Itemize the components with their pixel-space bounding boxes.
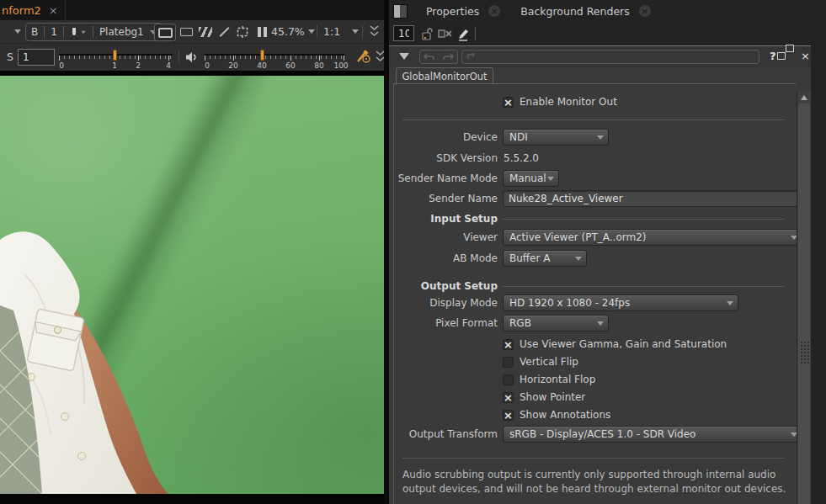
pause-button[interactable] — [253, 24, 270, 40]
edit-pencil-icon[interactable] — [456, 27, 470, 41]
close-icon[interactable]: × — [488, 5, 500, 17]
revert-icon[interactable] — [466, 52, 477, 61]
field-label: Pixel Format — [394, 315, 498, 332]
undo-redo-group — [419, 50, 458, 64]
roi-brush-icon[interactable] — [70, 27, 87, 38]
pane-layout-icon[interactable] — [393, 4, 408, 19]
collapse-triangle-icon[interactable] — [399, 53, 409, 60]
pixel-format-dropdown[interactable]: RGB — [503, 315, 609, 332]
properties-toolbar — [389, 22, 826, 45]
chevron-double-down-icon[interactable] — [369, 25, 380, 38]
checkbox-row: × Show Pointer — [394, 390, 796, 405]
gamma-display-button[interactable] — [177, 24, 195, 40]
viewer-tab-label: nform2 — [2, 4, 41, 17]
node-tab-globalmonitorout[interactable]: GlobalMonitorOut — [396, 67, 493, 84]
use-viewer-gamma-checkbox[interactable]: × — [503, 339, 514, 350]
tab-properties[interactable]: Properties × — [416, 0, 510, 22]
divider — [475, 27, 476, 40]
device-dropdown[interactable]: NDI — [503, 129, 609, 146]
chevron-down-icon — [547, 177, 554, 181]
audio-scrubbing-note: Audio scrubbing output is currently only… — [402, 468, 794, 497]
dropdown-value: NDI — [509, 131, 528, 143]
dropdown-value: Active Viewer (PT_A..orm2) — [509, 231, 647, 243]
close-icon[interactable]: × — [801, 50, 810, 62]
zoom-level-dropdown[interactable]: 45.7% — [271, 25, 305, 38]
frame-display-button[interactable] — [154, 24, 176, 41]
vertical-flip-checkbox[interactable] — [503, 357, 514, 368]
group-divider — [503, 286, 784, 287]
wipe-button[interactable] — [196, 24, 215, 40]
viewer-tab-transform2[interactable]: nform2 × — [0, 0, 66, 20]
ab-mode-dropdown[interactable]: Buffer A — [503, 250, 587, 267]
slider-handle[interactable] — [260, 50, 264, 61]
viewer-tab-bar: nform2 × — [0, 0, 384, 20]
divider — [402, 119, 784, 120]
nuke-application-window: nform2 × B 1 Platebg1 — [0, 0, 826, 504]
checkbox-row: × Use Viewer Gamma, Gain and Saturation — [394, 337, 796, 352]
node-content: × Enable Monitor Out Device NDI SDK Vers… — [393, 83, 796, 504]
dropdown-value: HD 1920 x 1080 - 24fps — [509, 297, 630, 309]
node-properties-panel: ? × GlobalMonitorOut × Enable Monitor Ou… — [389, 45, 811, 504]
chevron-down-icon — [727, 301, 733, 305]
node-title-field[interactable] — [461, 50, 759, 64]
input-number-button[interactable]: 1 — [51, 26, 57, 38]
proxy-ratio-dropdown[interactable]: 1:1 — [323, 25, 340, 38]
line-sample-button[interactable] — [216, 24, 232, 40]
undo-icon[interactable] — [424, 52, 435, 61]
horizontal-flop-checkbox[interactable] — [503, 374, 514, 385]
chevron-down-icon — [597, 135, 604, 140]
viewer-input-group: B 1 Platebg1 — [25, 23, 163, 41]
output-transform-dropdown[interactable]: sRGB - Display/ACES 1.0 - SDR Video — [503, 426, 802, 443]
gamma-slider[interactable]: 0 1 2 4 — [59, 47, 173, 69]
crosshair-roi-icon — [236, 26, 249, 38]
properties-tab-bar: Properties × Background Renders × — [389, 0, 826, 22]
viewer-canvas[interactable] — [0, 71, 384, 504]
chevron-down-icon[interactable] — [14, 29, 21, 34]
scrollbar-thumb[interactable] — [798, 103, 810, 504]
show-annotations-checkbox[interactable]: × — [503, 410, 514, 421]
checkbox-label: Use Viewer Gamma, Gain and Saturation — [520, 337, 727, 352]
volume-icon[interactable] — [185, 51, 199, 63]
roi-button[interactable] — [233, 24, 252, 40]
field-label: Device — [394, 129, 498, 146]
sdk-version-row: SDK Version 5.5.2.0 — [394, 150, 796, 167]
help-button[interactable]: ? — [770, 50, 776, 62]
dropdown-value: RGB — [509, 317, 531, 329]
group-divider — [503, 219, 784, 220]
field-label: AB Mode — [394, 250, 498, 267]
scrollbar[interactable] — [797, 92, 811, 504]
chevron-down-icon[interactable] — [308, 29, 315, 34]
close-icon[interactable]: × — [639, 5, 651, 17]
show-pointer-checkbox[interactable]: × — [503, 392, 514, 403]
lock-open-icon[interactable] — [421, 28, 433, 40]
layer-select-dropdown[interactable]: Platebg1 — [99, 26, 144, 38]
color-sampler-icon[interactable] — [356, 49, 371, 64]
divider — [402, 458, 784, 459]
checkbox-row: × Show Annotations — [394, 408, 796, 422]
checkbox-label: Vertical Flip — [520, 355, 578, 369]
close-icon[interactable]: × — [49, 5, 58, 16]
viewer-dropdown[interactable]: Active Viewer (PT_A..orm2) — [503, 229, 802, 246]
slider-handle[interactable] — [113, 50, 117, 61]
pause-icon — [258, 27, 267, 37]
volume-slider[interactable]: 0 20 40 60 80 100 — [205, 47, 344, 69]
sender-name-input[interactable] — [503, 190, 804, 207]
max-panels-input[interactable] — [393, 25, 414, 41]
chevron-down-icon[interactable] — [352, 29, 359, 34]
buffer-b-button[interactable]: B — [31, 26, 38, 38]
rectangle-icon — [180, 28, 193, 36]
scroll-up-arrow[interactable] — [801, 95, 807, 100]
gain-input[interactable] — [18, 49, 55, 66]
display-mode-dropdown[interactable]: HD 1920 x 1080 - 24fps — [503, 294, 738, 311]
close-all-panels-icon[interactable] — [438, 29, 452, 40]
sender-name-mode-row: Sender Name Mode Manual — [394, 170, 796, 187]
saturation-label: S — [7, 50, 13, 63]
sender-name-mode-dropdown[interactable]: Manual — [503, 170, 559, 187]
redo-icon[interactable] — [442, 52, 454, 61]
viewer-toolbar-top: B 1 Platebg1 — [0, 20, 384, 44]
tab-background-renders[interactable]: Background Renders × — [510, 0, 661, 22]
tab-label: Background Renders — [520, 5, 630, 18]
device-row: Device NDI — [394, 129, 796, 146]
enable-monitor-out-checkbox[interactable]: × — [503, 97, 514, 108]
group-heading: Output Setup — [394, 279, 498, 294]
